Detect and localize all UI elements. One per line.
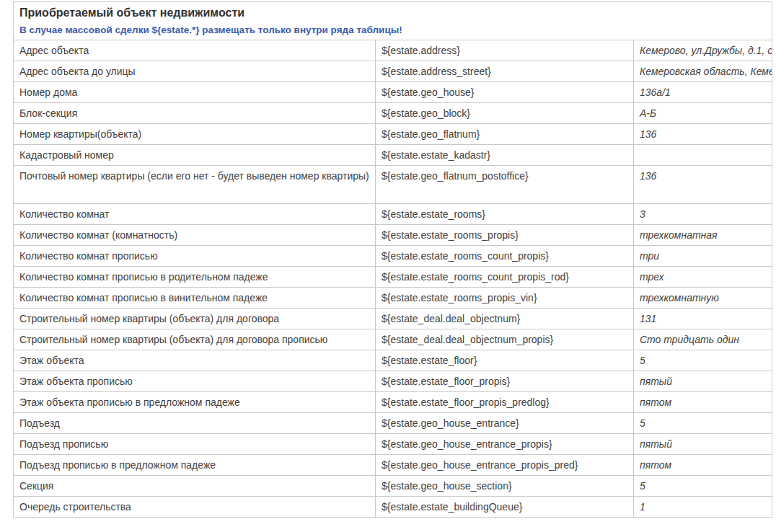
example-value: три — [634, 246, 772, 267]
table-row: Очередь строительства ${estate.estate_bu… — [14, 497, 772, 518]
variable-placeholder: ${estate.estate_rooms_propis_vin} — [376, 288, 634, 309]
example-value: 136 — [634, 124, 772, 145]
variable-placeholder: ${estate.estate_rooms_propis} — [376, 225, 634, 246]
example-value — [634, 145, 772, 166]
variable-placeholder: ${estate.estate_floor_propis_predlog} — [376, 392, 634, 413]
field-label: Очередь строительства — [14, 497, 376, 518]
example-value: 136 — [634, 166, 772, 204]
table-row: Строительный номер квартиры (объекта) дл… — [14, 309, 772, 329]
example-value: А-Б — [634, 103, 772, 124]
field-label: Секция — [14, 476, 376, 497]
estate-variables-table: Приобретаемый объект недвижимости В случ… — [13, 1, 772, 518]
table-row: Подъезд прописью в предложном падеже ${e… — [14, 455, 772, 476]
variable-placeholder: ${estate.geo_flatnum} — [376, 124, 634, 145]
field-label: Номер дома — [14, 82, 376, 103]
field-label: Подъезд прописью в предложном падеже — [14, 455, 376, 476]
table-row: Подъезд ${estate.geo_house_entrance} 5 — [14, 413, 772, 434]
field-label: Подъезд прописью — [14, 434, 376, 455]
table-row: Количество комнат прописью ${estate.esta… — [14, 246, 772, 267]
example-value: 1 — [634, 497, 772, 518]
field-label: Строительный номер квартиры (объекта) дл… — [14, 309, 376, 329]
table-row: Этаж объекта ${estate.estate_floor} 5 — [14, 350, 772, 371]
variable-placeholder: ${estate_deal.deal_objectnum} — [376, 309, 634, 329]
example-value: трехкомнатная — [634, 225, 772, 246]
example-value: 131 — [634, 309, 772, 329]
example-value: пятый — [634, 434, 772, 455]
example-value: Кемерово, ул.Дружбы, д.1, ст — [634, 40, 772, 61]
variable-placeholder: ${estate.estate_rooms_count_propis} — [376, 246, 634, 267]
table-row: Количество комнат (комнатность) ${estate… — [14, 225, 772, 246]
table-row: Количество комнат прописью в родительном… — [14, 267, 772, 288]
field-label: Номер квартиры(объекта) — [14, 124, 376, 145]
table-body: Приобретаемый объект недвижимости В случ… — [14, 2, 772, 518]
variable-placeholder: ${estate.estate_buildingQueue} — [376, 497, 634, 518]
variable-placeholder: ${estate_deal.deal_objectnum_propis} — [376, 329, 634, 350]
table-row: Кадастровый номер ${estate.estate_kadast… — [14, 145, 772, 166]
field-label: Количество комнат прописью — [14, 246, 376, 267]
example-value: 5 — [634, 350, 772, 371]
field-label: Этаж объекта прописью в предложном падеж… — [14, 392, 376, 413]
example-value: пятом — [634, 392, 772, 413]
variable-placeholder: ${estate.geo_house} — [376, 82, 634, 103]
table-row: Количество комнат прописью в винительном… — [14, 288, 772, 309]
field-label: Блок-секция — [14, 103, 376, 124]
section-header-row: Приобретаемый объект недвижимости В случ… — [14, 2, 772, 40]
table-row: Блок-секция ${estate.geo_block} А-Б — [14, 103, 772, 124]
example-value: 5 — [634, 476, 772, 497]
wiki-page-content: Приобретаемый объект недвижимости В случ… — [13, 1, 772, 518]
variable-placeholder: ${estate.estate_rooms} — [376, 204, 634, 225]
mass-deal-note: В случае массовой сделки ${estate.*} раз… — [19, 24, 766, 37]
variable-placeholder: ${estate.geo_house_entrance} — [376, 413, 634, 434]
variable-placeholder: ${estate.address} — [376, 40, 634, 61]
field-label: Подъезд — [14, 413, 376, 434]
field-label: Кадастровый номер — [14, 145, 376, 166]
table-row: Количество комнат ${estate.estate_rooms}… — [14, 204, 772, 225]
table-row: Почтовый номер квартиры (если его нет - … — [14, 166, 772, 204]
example-value: 3 — [634, 204, 772, 225]
example-value: пятом — [634, 455, 772, 476]
variable-placeholder: ${estate.estate_kadastr} — [376, 145, 634, 166]
example-value: 5 — [634, 413, 772, 434]
example-value: трех — [634, 267, 772, 288]
table-row: Адрес объекта ${estate.address} Кемерово… — [14, 40, 772, 61]
table-row: Этаж объекта прописью в предложном падеж… — [14, 392, 772, 413]
field-label: Почтовый номер квартиры (если его нет - … — [14, 166, 376, 204]
table-row: Подъезд прописью ${estate.geo_house_entr… — [14, 434, 772, 455]
field-label: Этаж объекта прописью — [14, 371, 376, 392]
field-label: Количество комнат прописью в винительном… — [14, 288, 376, 309]
variable-placeholder: ${estate.estate_rooms_count_propis_rod} — [376, 267, 634, 288]
table-row: Адрес объекта до улицы ${estate.address_… — [14, 61, 772, 82]
variable-placeholder: ${estate.estate_floor_propis} — [376, 371, 634, 392]
section-header-cell: Приобретаемый объект недвижимости В случ… — [14, 2, 772, 40]
field-label: Количество комнат — [14, 204, 376, 225]
variable-placeholder: ${estate.geo_block} — [376, 103, 634, 124]
variable-placeholder: ${estate.geo_flatnum_postoffice} — [376, 166, 634, 204]
example-value: трехкомнатную — [634, 288, 772, 309]
variable-placeholder: ${estate.geo_house_entrance_propis_pred} — [376, 455, 634, 476]
table-row: Этаж объекта прописью ${estate.estate_fl… — [14, 371, 772, 392]
field-label: Строительный номер квартиры (объекта) дл… — [14, 329, 376, 350]
field-label: Количество комнат (комнатность) — [14, 225, 376, 246]
variable-placeholder: ${estate.geo_house_entrance_propis} — [376, 434, 634, 455]
variable-placeholder: ${estate.geo_house_section} — [376, 476, 634, 497]
field-label: Этаж объекта — [14, 350, 376, 371]
table-row: Секция ${estate.geo_house_section} 5 — [14, 476, 772, 497]
table-row: Строительный номер квартиры (объекта) дл… — [14, 329, 772, 350]
page-title: Приобретаемый объект недвижимости — [19, 5, 766, 21]
example-value: пятый — [634, 371, 772, 392]
table-row: Номер квартиры(объекта) ${estate.geo_fla… — [14, 124, 772, 145]
example-value: Сто тридцать один — [634, 329, 772, 350]
table-row: Номер дома ${estate.geo_house} 136а/1 — [14, 82, 772, 103]
field-label: Адрес объекта до улицы — [14, 61, 376, 82]
field-label: Адрес объекта — [14, 40, 376, 61]
field-label: Количество комнат прописью в родительном… — [14, 267, 376, 288]
variable-placeholder: ${estate.estate_floor} — [376, 350, 634, 371]
example-value: Кемеровская область, Кемер — [634, 61, 772, 82]
variable-placeholder: ${estate.address_street} — [376, 61, 634, 82]
example-value: 136а/1 — [634, 82, 772, 103]
